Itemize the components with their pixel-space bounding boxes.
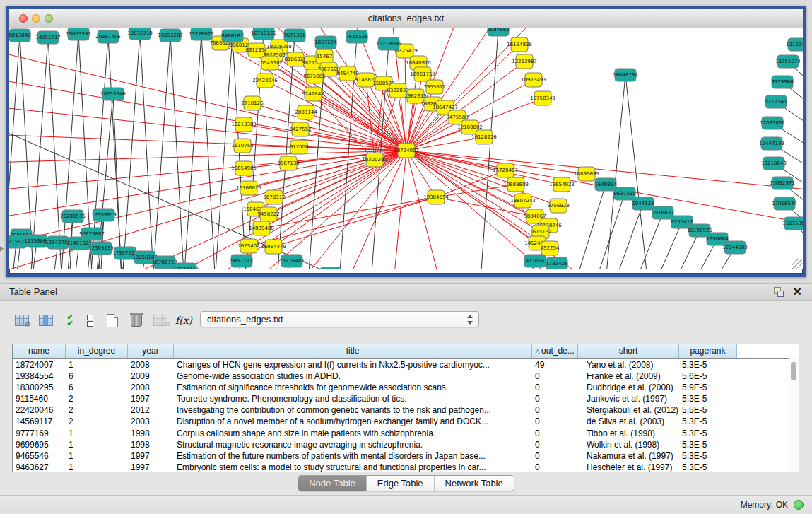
graph-node[interactable]: 12213383 bbox=[231, 117, 257, 132]
graph-edge[interactable] bbox=[201, 34, 217, 269]
graph-node[interactable]: 11122445 bbox=[786, 38, 803, 51]
graph-node[interactable]: 10994550 bbox=[318, 267, 343, 269]
column-header-in-degree[interactable]: in_degree bbox=[66, 344, 128, 358]
column-header-name[interactable]: name bbox=[13, 344, 66, 358]
graph-node[interactable]: 5678312 bbox=[263, 190, 285, 204]
graph-node[interactable]: 9529966 bbox=[771, 76, 794, 88]
graph-node[interactable]: 1044133 bbox=[632, 197, 654, 210]
graph-edge[interactable] bbox=[182, 34, 201, 269]
network-view-window[interactable]: citations_edges.txt 18724007766382298601… bbox=[6, 6, 806, 277]
graph-node[interactable]: 7916637 bbox=[652, 206, 673, 219]
table-row[interactable]: 1456911722003Disruption of a novel membe… bbox=[13, 416, 799, 427]
row-height-icon[interactable] bbox=[81, 311, 99, 329]
graph-edge[interactable] bbox=[478, 30, 498, 269]
graph-node[interactable]: 19654905 bbox=[231, 161, 257, 175]
graph-node[interactable]: 12093832 bbox=[760, 117, 785, 129]
column-header-pagerank[interactable]: pagerank bbox=[679, 344, 737, 358]
graph-node[interactable]: 1733426 bbox=[546, 257, 568, 269]
table-row[interactable]: 946554611997Estimation of the future num… bbox=[13, 450, 799, 462]
table-row[interactable]: 946362711997Embryonic stem cells: a mode… bbox=[13, 462, 799, 472]
graph-node[interactable]: 9466161 bbox=[221, 30, 243, 42]
network-canvas[interactable]: 1872400776638229860124891295418226058982… bbox=[9, 28, 803, 269]
panel-collapse-arrow-icon[interactable] bbox=[0, 246, 4, 252]
graph-node[interactable]: 452254 bbox=[541, 241, 560, 255]
graph-edge[interactable] bbox=[140, 33, 155, 269]
graph-node[interactable]: 18835718 bbox=[127, 28, 153, 40]
graph-node[interactable]: 9857771 bbox=[230, 255, 252, 267]
graph-node[interactable]: 7625402 bbox=[237, 239, 259, 253]
node-table[interactable]: namein_degreeyeartitle△out_de...shortpag… bbox=[12, 344, 799, 472]
graph-node[interactable]: 11675389 bbox=[782, 217, 803, 230]
resize-grip[interactable] bbox=[792, 259, 802, 269]
table-panel-header[interactable]: Table Panel ✕ bbox=[0, 283, 812, 301]
graph-node[interactable]: 20206536 bbox=[60, 210, 86, 223]
graph-edge[interactable] bbox=[151, 35, 170, 269]
graph-edge[interactable] bbox=[9, 151, 406, 219]
graph-node[interactable]: 20691406 bbox=[95, 30, 121, 43]
graph-edge[interactable] bbox=[567, 185, 606, 269]
table-scrollbar[interactable] bbox=[789, 358, 799, 472]
graph-edge[interactable] bbox=[9, 49, 406, 151]
graph-node[interactable]: 9867130 bbox=[277, 156, 299, 170]
graph-node[interactable]: 18750349 bbox=[530, 91, 555, 105]
graph-node[interactable]: 10719155 bbox=[251, 28, 276, 40]
graph-node[interactable]: 15720407 bbox=[493, 163, 518, 177]
graph-edge[interactable] bbox=[334, 151, 406, 269]
graph-node[interactable]: 16128226 bbox=[471, 130, 497, 144]
table-row[interactable]: 1830029562008Estimation of significance … bbox=[13, 382, 799, 393]
graph-node[interactable]: 15276027 bbox=[189, 28, 214, 40]
graph-node[interactable]: 1857224 bbox=[314, 36, 337, 49]
graph-node[interactable]: 17016534 bbox=[772, 197, 797, 210]
graph-edge[interactable] bbox=[170, 35, 186, 269]
graph-node[interactable]: 9637395 bbox=[613, 187, 635, 200]
window-titlebar[interactable]: citations_edges.txt bbox=[9, 9, 803, 28]
graph-node[interactable]: 16648784 bbox=[613, 69, 638, 81]
graph-node[interactable]: 12944503 bbox=[722, 241, 748, 254]
graph-node[interactable]: 12213987 bbox=[512, 54, 537, 69]
graph-node[interactable]: 9227343 bbox=[765, 95, 787, 108]
column-header-short[interactable]: short bbox=[578, 344, 679, 358]
scrollbar-thumb[interactable] bbox=[791, 362, 796, 380]
graph-node[interactable]: 15751074 bbox=[775, 55, 801, 68]
show-columns-icon[interactable] bbox=[37, 311, 55, 329]
graph-node[interactable]: 7955812 bbox=[423, 80, 445, 94]
graph-node[interactable]: 2087682 bbox=[487, 28, 509, 36]
graph-node[interactable]: 9756928 bbox=[547, 199, 569, 213]
graph-node[interactable]: 9242848 bbox=[302, 87, 324, 101]
float-panel-icon[interactable] bbox=[774, 287, 784, 297]
graph-node[interactable]: 15716485 bbox=[279, 255, 305, 267]
graph-edge[interactable] bbox=[120, 33, 140, 269]
graph-edge[interactable] bbox=[586, 194, 625, 269]
graph-edge[interactable] bbox=[213, 36, 233, 269]
column-header-title[interactable]: title bbox=[174, 344, 532, 358]
tab-node-table[interactable]: Node Table bbox=[298, 476, 367, 491]
graph-node[interactable]: 16210643 bbox=[761, 157, 787, 170]
graph-node[interactable]: 8813048 bbox=[9, 29, 31, 42]
table-row[interactable]: 969969511998Structural magnetic resonanc… bbox=[13, 439, 799, 450]
graph-node[interactable]: 917006 bbox=[290, 140, 309, 154]
tab-edge-table[interactable]: Edge Table bbox=[367, 476, 435, 491]
delete-entries-icon[interactable] bbox=[127, 311, 146, 329]
graph-node[interactable]: 12505155 bbox=[88, 242, 114, 255]
graph-node[interactable]: 7615526 bbox=[346, 30, 368, 43]
graph-node[interactable]: 8427552 bbox=[289, 122, 311, 136]
tab-network-table[interactable]: Network Table bbox=[435, 476, 514, 491]
graph-edge[interactable] bbox=[603, 75, 625, 269]
graph-node[interactable]: 10653287 bbox=[158, 29, 183, 42]
table-row[interactable]: 977716911998Corpus callosum shape and si… bbox=[13, 428, 799, 439]
table-row[interactable]: 2242004622012Investigating the contribut… bbox=[13, 404, 799, 416]
graph-edge[interactable] bbox=[643, 222, 682, 269]
graph-node[interactable]: 19384554 bbox=[423, 190, 449, 204]
graph-node[interactable]: 20053346 bbox=[100, 88, 126, 100]
graph-node[interactable]: 2803144 bbox=[295, 105, 317, 119]
graph-node[interactable]: 13218986 bbox=[376, 37, 401, 50]
graph-node[interactable]: 19633597 bbox=[66, 28, 91, 40]
close-panel-icon[interactable]: ✕ bbox=[793, 285, 802, 299]
graph-node[interactable]: 22420046 bbox=[252, 74, 278, 88]
graph-node[interactable]: 12444139 bbox=[759, 137, 784, 150]
graph-node[interactable]: 12923448 bbox=[173, 263, 199, 269]
network-graph[interactable]: 1872400776638229860124891295418226058982… bbox=[9, 28, 803, 269]
column-header-out-de-[interactable]: △out_de... bbox=[532, 344, 578, 358]
graph-node[interactable]: 14055717 bbox=[35, 31, 61, 44]
graph-node[interactable]: 9498222 bbox=[257, 207, 279, 221]
